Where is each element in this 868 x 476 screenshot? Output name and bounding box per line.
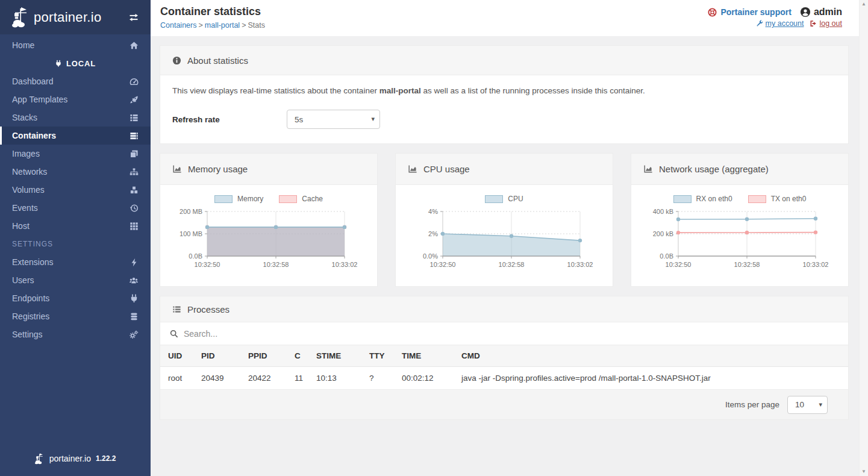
sidebar-item-events[interactable]: Events (0, 199, 151, 217)
sidebar-item-users[interactable]: Users (0, 271, 151, 289)
area-chart-icon (172, 164, 182, 174)
main-area: Container statistics Containers>mall-por… (151, 0, 868, 476)
cell-time: 00:02:12 (394, 367, 454, 390)
sidebar-item-registries[interactable]: Registries (0, 307, 151, 325)
search-input[interactable] (184, 329, 838, 339)
legend-swatch (485, 195, 503, 203)
charts-row: Memory usage MemoryCache 200 MB100 MB0.0… (160, 153, 849, 287)
my-account-label: my account (766, 19, 804, 28)
page-head: Container statistics Containers>mall-por… (160, 5, 265, 36)
refresh-rate-row: Refresh rate 5s ▾ (172, 110, 836, 129)
portainer-footer-logo-icon (35, 453, 45, 465)
sidebar-item-settings[interactable]: Settings (0, 325, 151, 343)
column-header-cmd[interactable]: CMD (454, 345, 848, 367)
svg-text:0.0%: 0.0% (423, 252, 438, 260)
refresh-rate-label: Refresh rate (172, 115, 287, 124)
breadcrumb-link-containers[interactable]: Containers (160, 21, 196, 30)
user-menu[interactable]: admin (800, 7, 842, 17)
chart-panel-header: CPU usage (396, 154, 613, 185)
clone-icon (130, 149, 139, 158)
chart-panel-title: Memory usage (188, 164, 248, 174)
chart-canvas: 4%2%0.0%10:32:5010:32:5810:33:02 (396, 207, 613, 279)
table-header-row: UID PID PPID C STIME TTY TIME CMD (160, 345, 848, 367)
legend-item: Memory (214, 195, 263, 203)
legend-label: TX on eth0 (771, 195, 807, 203)
database-icon (130, 312, 139, 321)
sidebar-item-label: Registries (12, 312, 49, 321)
processes-panel-header: Processes (160, 296, 848, 322)
svg-text:200 MB: 200 MB (180, 208, 202, 215)
column-header-tty[interactable]: TTY (361, 345, 394, 367)
column-header-time[interactable]: TIME (394, 345, 454, 367)
sidebar-item-dashboard[interactable]: Dashboard (0, 72, 151, 90)
items-per-page-select[interactable]: 10 (787, 396, 828, 414)
sidebar-item-label: Settings (12, 330, 43, 339)
sidebar-item-label: App Templates (12, 95, 67, 104)
username-label: admin (814, 7, 842, 17)
users-icon (129, 276, 139, 285)
sidebar-item-label: Endpoints (12, 293, 49, 303)
column-header-c[interactable]: C (287, 345, 308, 367)
sidebar-footer: portainer.io 1.22.2 (0, 441, 151, 476)
svg-text:10:33:02: 10:33:02 (803, 261, 829, 268)
legend-label: CPU (508, 195, 523, 203)
sitemap-icon (130, 168, 139, 177)
column-header-stime[interactable]: STIME (308, 345, 361, 367)
sidebar-item-app-templates[interactable]: App Templates (0, 90, 151, 108)
scroll-up-icon[interactable]: ▲ (861, 2, 866, 7)
svg-text:10:32:50: 10:32:50 (430, 261, 456, 268)
cubes-icon (130, 186, 139, 195)
sidebar-item-label: Containers (12, 131, 56, 140)
column-header-pid[interactable]: PID (193, 345, 240, 367)
info-icon (172, 56, 181, 65)
sidebar-item-label: Users (12, 275, 34, 285)
user-area: Portainer support admin my account log o… (708, 5, 842, 36)
sidebar-item-label: Volumes (12, 185, 45, 195)
sidebar-item-networks[interactable]: Networks (0, 163, 151, 181)
area-chart-icon (408, 164, 417, 174)
network-usage-panel: Network usage (aggregate) RX on eth0TX o… (631, 153, 849, 287)
local-header-label: LOCAL (66, 59, 96, 68)
sidebar-collapse-icon[interactable] (128, 13, 140, 22)
pagination-footer: Items per page 10 ▾ (160, 390, 848, 419)
legend-item: RX on eth0 (673, 195, 732, 203)
sidebar-item-endpoints[interactable]: Endpoints (0, 289, 151, 307)
portainer-support-link[interactable]: Portainer support (708, 7, 791, 17)
portainer-logo-icon (12, 7, 30, 28)
my-account-link[interactable]: my account (756, 19, 804, 28)
scroll-down-icon[interactable]: ▼ (861, 469, 866, 474)
sidebar-item-stacks[interactable]: Stacks (0, 108, 151, 127)
chart-legend: MemoryCache (160, 192, 377, 205)
column-header-ppid[interactable]: PPID (240, 345, 287, 367)
sidebar-item-label: Stacks (12, 113, 37, 122)
svg-text:2%: 2% (428, 230, 438, 237)
sidebar-item-host[interactable]: Host (0, 217, 151, 235)
chart-panel-header: Network usage (aggregate) (631, 154, 848, 185)
sidebar-item-extensions[interactable]: Extensions (0, 253, 151, 271)
breadcrumb-link-container[interactable]: mall-portal (205, 21, 240, 30)
log-out-link[interactable]: log out (810, 19, 842, 28)
breadcrumb: Containers>mall-portal>Stats (160, 21, 265, 30)
about-panel-body: This view displays real-time statistics … (160, 75, 848, 143)
chart-legend: RX on eth0TX on eth0 (631, 192, 848, 205)
plug-icon (130, 294, 139, 303)
sidebar-item-containers[interactable]: Containers (0, 127, 151, 145)
sidebar-item-images[interactable]: Images (0, 145, 151, 163)
sidebar-item-volumes[interactable]: Volumes (0, 181, 151, 199)
cell-pid: 20439 (193, 367, 240, 390)
vertical-scrollbar[interactable]: ▲ ▼ (859, 0, 868, 476)
bolt-icon (130, 258, 139, 267)
sidebar: portainer.io Home LOCAL Dashboard App Te… (0, 0, 151, 476)
refresh-rate-select[interactable]: 5s (287, 110, 380, 129)
column-header-uid[interactable]: UID (160, 345, 193, 367)
user-circle-icon (800, 7, 811, 17)
sidebar-item-label: Images (12, 149, 40, 158)
cell-c: 11 (287, 367, 308, 390)
breadcrumb-current: Stats (248, 21, 265, 30)
sidebar-item-home[interactable]: Home (0, 36, 151, 54)
cell-tty: ? (361, 367, 394, 390)
svg-text:0.0B: 0.0B (660, 252, 673, 260)
items-per-page-label: Items per page (725, 400, 779, 409)
svg-text:10:33:02: 10:33:02 (567, 261, 593, 268)
cell-ppid: 20422 (240, 367, 287, 390)
